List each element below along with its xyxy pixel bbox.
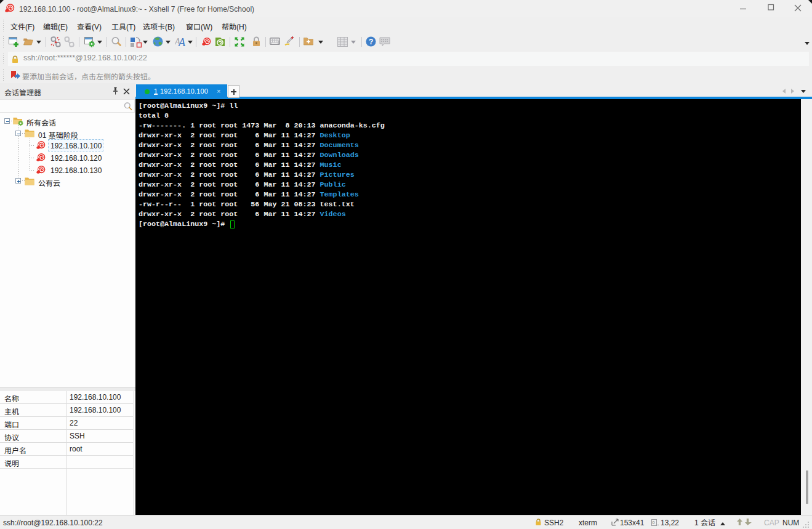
svg-text:A: A — [178, 36, 186, 47]
svg-text:0: 0 — [653, 520, 655, 525]
svg-text:?: ? — [369, 38, 373, 46]
